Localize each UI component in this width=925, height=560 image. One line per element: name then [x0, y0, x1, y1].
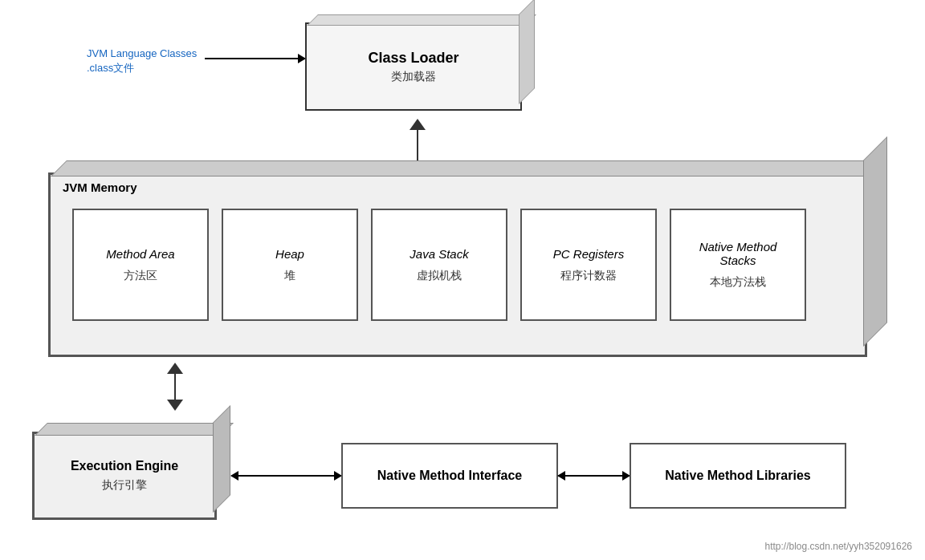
native-interface-title: Native Method Interface: [377, 469, 522, 483]
vertical-arrow-memory-engine: [167, 363, 183, 411]
java-stack-box: Java Stack 虚拟机栈: [371, 209, 507, 321]
heap-title: Heap: [275, 247, 304, 261]
arrow-line2: [174, 374, 176, 400]
method-area-box: Method Area 方法区: [72, 209, 209, 321]
java-stack-title: Java Stack: [410, 247, 468, 261]
watermark: http://blog.csdn.net/yyh352091626: [765, 541, 912, 552]
arrow-interface-to-libraries: [558, 475, 630, 477]
native-method-interface-box: Native Method Interface: [341, 443, 558, 509]
execution-engine-title: Execution Engine: [71, 459, 178, 473]
arrow-down2: [167, 400, 183, 411]
native-stacks-title: Native Method Stacks: [699, 240, 777, 267]
memory-boxes: Method Area 方法区 Heap 堆 Java Stack 虚拟机栈 P…: [72, 209, 806, 321]
arrow-line: [417, 130, 418, 162]
native-stacks-subtitle: 本地方法栈: [710, 275, 766, 290]
arrow-engine-to-interface: [231, 475, 341, 477]
class-loader-title: Class Loader: [368, 50, 458, 67]
class-loader-box: Class Loader 类加载器: [305, 22, 522, 111]
diagram-container: JVM Language Classes .class文件 Class Load…: [0, 0, 925, 560]
jvm-memory-label: JVM Memory: [63, 181, 137, 194]
pc-registers-subtitle: 程序计数器: [560, 269, 617, 283]
arrow-up: [410, 119, 426, 130]
native-method-stacks-box: Native Method Stacks 本地方法栈: [670, 209, 806, 321]
execution-engine-subtitle: 执行引擎: [102, 478, 147, 493]
java-stack-subtitle: 虚拟机栈: [417, 269, 462, 283]
method-area-title: Method Area: [106, 247, 174, 261]
pc-registers-box: PC Registers 程序计数器: [520, 209, 657, 321]
method-area-subtitle: 方法区: [124, 269, 157, 283]
native-libraries-title: Native Method Libraries: [665, 469, 810, 483]
heap-box: Heap 堆: [222, 209, 358, 321]
jvm-classes-label: JVM Language Classes .class文件: [87, 47, 197, 75]
execution-engine-box: Execution Engine 执行引擎: [32, 432, 217, 520]
arrow-to-classloader: [205, 58, 305, 59]
heap-subtitle: 堆: [284, 269, 295, 283]
arrow-up2: [167, 363, 183, 374]
pc-registers-title: PC Registers: [553, 247, 624, 261]
class-loader-subtitle: 类加载器: [391, 70, 436, 84]
native-method-libraries-box: Native Method Libraries: [630, 443, 846, 509]
